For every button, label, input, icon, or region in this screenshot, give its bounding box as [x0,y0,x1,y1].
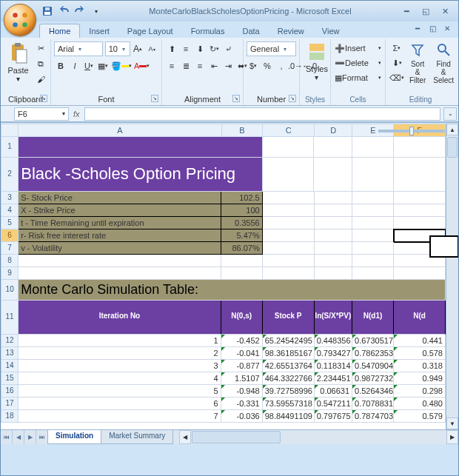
close-button[interactable]: ✕ [436,5,454,17]
row-header[interactable]: 11 [1,301,19,335]
cell[interactable]: X - Strike Price [19,204,221,217]
grow-font-icon[interactable]: A▴ [131,41,144,56]
restore-button[interactable]: ◱ [417,5,435,17]
cell[interactable]: 0.480 [394,398,446,410]
cell[interactable]: 0.526434639 [352,385,394,398]
row-header[interactable]: 14 [1,360,19,372]
cell[interactable]: 0.579 [394,410,446,423]
percent-icon[interactable]: % [261,58,274,73]
cell[interactable] [263,255,315,267]
align-right-icon[interactable]: ≡ [193,58,207,73]
row-header[interactable]: 9 [1,267,19,280]
copy-icon[interactable]: ⧉ [34,56,47,71]
row-header[interactable]: 8 [1,255,19,267]
currency-icon[interactable]: $ ▾ [247,58,260,73]
format-cells-button[interactable]: ▦Format ▾ [334,70,382,85]
minimize-button[interactable]: ━ [398,5,415,17]
save-icon[interactable] [41,4,54,18]
cell[interactable]: -0.452 [221,335,263,347]
cell[interactable] [315,255,352,267]
tab-view[interactable]: View [313,24,349,38]
cell[interactable]: 0.787470313 [352,410,394,423]
cell[interactable] [315,204,352,217]
select-all-button[interactable] [1,124,19,137]
italic-button[interactable]: I [68,58,81,73]
cell[interactable]: 42.65513764 [263,360,315,372]
tab-first-icon[interactable]: ⏮ [1,430,13,444]
row-header[interactable]: 13 [1,347,19,360]
cell[interactable]: 0.318 [394,360,446,372]
cell[interactable]: S- Stock Price [19,192,221,204]
scroll-down-icon[interactable]: ▼ [446,418,458,429]
mdi-close[interactable]: ✕ [440,23,454,33]
cell[interactable] [352,217,394,229]
cell[interactable] [314,158,352,192]
font-dialog-launcher[interactable]: ↘ [151,95,158,102]
cell[interactable]: 98.36185167 [263,347,315,360]
cell[interactable] [394,158,446,192]
cell[interactable] [315,192,352,204]
cell[interactable]: 1.5107 [221,372,263,385]
align-left-icon[interactable]: ≡ [165,58,178,73]
cell[interactable]: 0.578 [394,347,446,360]
row-header[interactable]: 2 [1,158,19,192]
vertical-scrollbar[interactable]: ▲ ▼ [446,124,458,429]
cell[interactable] [315,217,352,229]
tab-insert[interactable]: Insert [80,24,118,38]
embedded-chart-edge[interactable] [429,235,459,258]
cell[interactable]: 98.84491109 [263,410,315,423]
cell[interactable]: 3 [19,360,221,372]
col-header-D[interactable]: D [315,124,352,137]
cell[interactable]: 100 [221,204,263,217]
cell[interactable]: 7 [19,410,221,423]
cell[interactable] [263,229,315,242]
row-header[interactable]: 17 [1,398,19,410]
decrease-indent-icon[interactable]: ⇤ [207,58,221,73]
cell[interactable]: 0.441 [394,335,446,347]
fill-color-button[interactable]: 🪣 ▾ [110,58,133,73]
cell[interactable] [221,267,263,280]
cell[interactable]: 73.59557318 [263,398,315,410]
cell[interactable] [352,229,394,242]
font-color-button[interactable]: A ▾ [133,58,150,73]
cell[interactable] [263,158,315,192]
find-select-button[interactable]: Find & Select [430,41,457,95]
cell[interactable] [394,204,446,217]
cell[interactable] [263,137,315,158]
sheet-tab-market-summary[interactable]: Market Summary [101,430,173,444]
row-header[interactable]: 6 [1,229,19,242]
cell[interactable] [394,217,446,229]
col-header-C[interactable]: C [263,124,315,137]
bold-button[interactable]: B [54,58,67,73]
cell[interactable]: 4 [19,372,221,385]
tab-review[interactable]: Review [269,24,313,38]
cell[interactable] [314,137,352,158]
tab-last-icon[interactable]: ⏭ [36,430,48,444]
font-name-combo[interactable]: Arial▾ [54,41,103,56]
cell[interactable]: 0.786235378 [352,347,394,360]
cell[interactable] [263,242,315,255]
cell[interactable] [352,158,394,192]
insert-cells-button[interactable]: ➕Insert ▾ [334,41,382,56]
scroll-right-icon[interactable]: ▶ [446,430,458,444]
cell[interactable] [315,267,352,280]
comma-icon[interactable]: , [275,58,288,73]
cell[interactable] [352,242,394,255]
zoom-slider[interactable] [378,130,445,133]
row-header[interactable]: 4 [1,204,19,217]
tab-home[interactable]: Home [39,24,80,38]
cell[interactable]: Stock P [263,301,315,335]
cell[interactable] [263,217,315,229]
cell[interactable]: ln(S/X*PV) [315,301,352,335]
col-header-B[interactable]: B [222,124,264,137]
wrap-text-icon[interactable]: ⤶ [221,41,235,56]
formula-bar-expand[interactable]: ⌄ [443,107,457,121]
cell[interactable] [352,255,394,267]
cell[interactable]: 0.118314 [315,360,352,372]
cell[interactable]: 0.06631 [315,385,352,398]
styles-button[interactable]: Styles▾ [303,41,331,95]
sort-filter-button[interactable]: Sort & Filter [406,41,429,95]
cell[interactable]: 39.72758996 [263,385,315,398]
number-dialog-launcher[interactable]: ↘ [289,95,296,102]
cell[interactable]: Iteration No [19,301,221,335]
